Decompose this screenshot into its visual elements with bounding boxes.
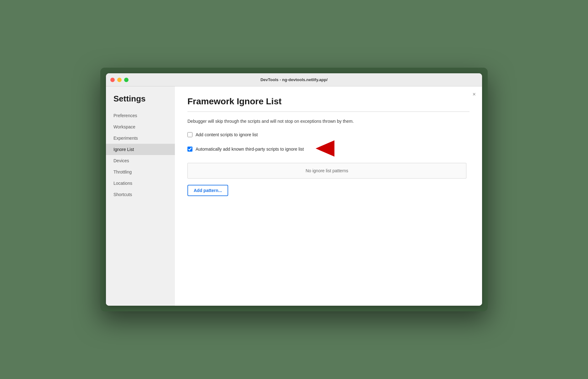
maximize-traffic-light[interactable] [124, 78, 129, 82]
checkbox-row-add-content-scripts: Add content scripts to ignore list [187, 132, 470, 137]
page-title: Framework Ignore List [187, 96, 470, 106]
patterns-box: No ignore list patterns [187, 163, 466, 179]
sidebar-item-preferences[interactable]: Preferences [106, 110, 175, 121]
sidebar-item-locations[interactable]: Locations [106, 178, 175, 189]
close-button[interactable]: × [472, 91, 476, 97]
sidebar-item-ignore-list[interactable]: Ignore List [106, 144, 175, 155]
checkbox-row-auto-add: Automatically add known third-party scri… [187, 140, 470, 158]
red-arrow-annotation [312, 140, 334, 158]
sidebar-heading: Settings [106, 94, 175, 110]
main-content: × Framework Ignore List Debugger will sk… [175, 86, 482, 306]
sidebar-item-devices[interactable]: Devices [106, 155, 175, 166]
description-text: Debugger will skip through the scripts a… [187, 118, 470, 125]
sidebar: Settings Preferences Workspace Experimen… [106, 86, 175, 306]
sidebar-item-experiments[interactable]: Experiments [106, 132, 175, 144]
content-area: Settings Preferences Workspace Experimen… [106, 86, 482, 306]
sidebar-item-shortcuts[interactable]: Shortcuts [106, 189, 175, 200]
sidebar-item-workspace[interactable]: Workspace [106, 121, 175, 132]
window-title: DevTools - ng-devtools.netlify.app/ [260, 77, 328, 82]
add-content-scripts-checkbox[interactable] [187, 132, 192, 137]
title-bar: DevTools - ng-devtools.netlify.app/ [106, 73, 482, 86]
minimize-traffic-light[interactable] [117, 78, 122, 82]
title-divider [187, 112, 470, 112]
app-window: DevTools - ng-devtools.netlify.app/ Sett… [106, 73, 482, 306]
traffic-lights [110, 78, 129, 82]
svg-marker-0 [316, 140, 334, 157]
sidebar-item-throttling[interactable]: Throttling [106, 166, 175, 178]
auto-add-third-party-label: Automatically add known third-party scri… [196, 147, 304, 152]
add-pattern-button[interactable]: Add pattern... [187, 185, 228, 196]
close-traffic-light[interactable] [110, 78, 115, 82]
patterns-empty-text: No ignore list patterns [306, 168, 348, 173]
add-content-scripts-label: Add content scripts to ignore list [196, 132, 258, 137]
auto-add-third-party-checkbox[interactable] [187, 147, 192, 152]
window-wrapper: DevTools - ng-devtools.netlify.app/ Sett… [100, 68, 488, 311]
